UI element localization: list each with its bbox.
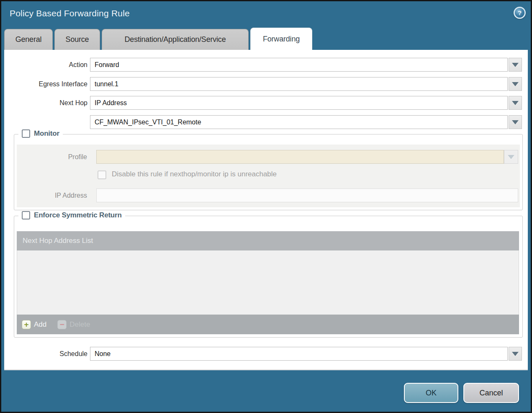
action-input[interactable] xyxy=(90,58,508,72)
chevron-down-icon xyxy=(508,155,514,159)
monitor-checkbox[interactable] xyxy=(22,129,30,138)
monitor-ip-address-input xyxy=(96,188,518,202)
next-hop-label: Next Hop xyxy=(4,96,87,110)
tab-source[interactable]: Source xyxy=(54,29,100,50)
add-button[interactable]: + Add xyxy=(22,320,46,329)
cancel-button[interactable]: Cancel xyxy=(463,383,519,403)
egress-interface-dropdown-button[interactable] xyxy=(509,77,522,91)
dialog-title: Policy Based Forwarding Rule xyxy=(10,8,130,18)
monitor-ip-address-label: IP Address xyxy=(17,188,87,202)
chevron-down-icon xyxy=(512,120,519,124)
help-glyph: ? xyxy=(518,9,522,16)
chevron-down-icon xyxy=(512,101,519,105)
minus-glyph: − xyxy=(60,320,64,328)
next-hop-address-table: Next Hop Address List + Add − Delete xyxy=(17,231,519,334)
chevron-down-icon xyxy=(512,63,519,67)
minus-icon: − xyxy=(57,320,67,329)
next-hop-address-dropdown-button[interactable] xyxy=(509,115,522,129)
enforce-symmetric-return-label: Enforce Symmetric Return xyxy=(34,211,122,219)
profile-label: Profile xyxy=(17,150,87,164)
disable-rule-checkbox xyxy=(98,170,106,179)
enforce-symmetric-return-checkbox[interactable] xyxy=(22,211,30,219)
plus-glyph: + xyxy=(24,320,28,328)
chevron-down-icon xyxy=(512,82,519,86)
add-button-label: Add xyxy=(34,320,46,329)
tab-general[interactable]: General xyxy=(4,29,53,50)
monitor-group: Monitor Profile Disable this rule if nex… xyxy=(14,134,523,210)
chevron-down-icon xyxy=(512,352,519,356)
ok-button[interactable]: OK xyxy=(404,383,458,403)
monitor-legend: Monitor xyxy=(18,129,63,138)
next-hop-type-dropdown-button[interactable] xyxy=(509,96,522,110)
next-hop-address-list-toolbar: + Add − Delete xyxy=(17,315,519,334)
tab-forwarding[interactable]: Forwarding xyxy=(250,28,312,50)
tab-destination-application-service[interactable]: Destination/Application/Service xyxy=(102,29,249,50)
disable-rule-label: Disable this rule if nexthop/monitor ip … xyxy=(112,170,277,178)
egress-interface-input[interactable] xyxy=(90,77,508,91)
schedule-input[interactable] xyxy=(90,347,508,361)
next-hop-address-list-header: Next Hop Address List xyxy=(17,231,519,250)
next-hop-type-input[interactable] xyxy=(90,96,508,110)
action-dropdown-button[interactable] xyxy=(509,58,522,72)
action-label: Action xyxy=(4,58,87,72)
dialog-window: Policy Based Forwarding Rule ? General S… xyxy=(1,1,531,412)
egress-interface-label: Egress Interface xyxy=(4,77,87,91)
delete-button: − Delete xyxy=(57,320,90,329)
schedule-label: Schedule xyxy=(4,347,87,361)
delete-button-label: Delete xyxy=(69,320,90,329)
plus-icon: + xyxy=(22,320,31,329)
enforce-symmetric-return-legend: Enforce Symmetric Return xyxy=(18,211,125,219)
monitor-panel: Profile Disable this rule if nexthop/mon… xyxy=(17,145,520,207)
profile-dropdown-button xyxy=(504,150,518,164)
help-icon[interactable]: ? xyxy=(514,7,526,19)
enforce-symmetric-return-group: Enforce Symmetric Return Next Hop Addres… xyxy=(14,216,523,338)
schedule-dropdown-button[interactable] xyxy=(509,347,522,361)
next-hop-address-list-body[interactable] xyxy=(17,250,519,315)
next-hop-address-input[interactable] xyxy=(90,115,508,129)
forwarding-tab-panel: Action Egress Interface Next Hop Monitor… xyxy=(4,50,528,370)
monitor-label: Monitor xyxy=(34,129,59,138)
profile-input xyxy=(96,150,504,164)
